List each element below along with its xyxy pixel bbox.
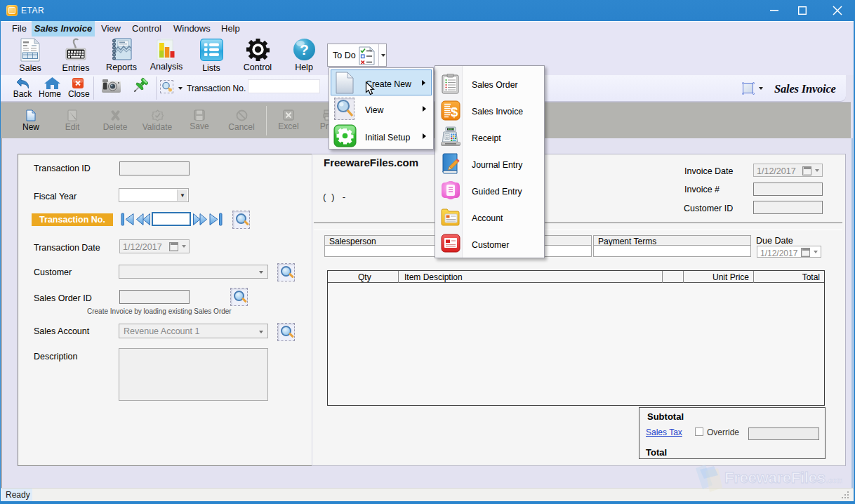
svg-text:FreewareFiles: FreewareFiles	[724, 469, 826, 486]
svg-text:.com: .com	[826, 476, 842, 484]
svg-text:$: $	[451, 105, 458, 119]
svg-text:?: ?	[300, 41, 309, 58]
